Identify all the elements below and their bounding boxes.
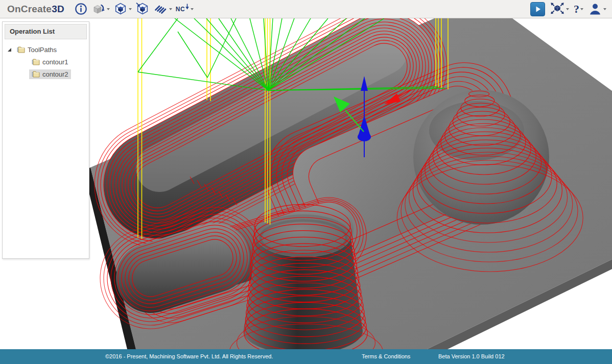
dropdown-caret-icon [191,8,194,10]
version-text: Beta Version 1.0 Build 012 [438,349,505,364]
statusbar: ©2016 - Present, Machining Software Pvt.… [0,349,612,364]
app-logo: OnCreate3D [7,4,64,15]
simulate-play-icon [530,2,545,16]
panel-title: Operation List [5,24,87,39]
tree-item-label: contour2 [42,70,68,78]
dropdown-caret-icon [566,8,569,10]
account-button[interactable] [586,1,608,17]
brand-suffix: 3D [52,4,64,14]
tree-item-label: contour1 [42,58,68,66]
tree-item-content[interactable]: contour1 [29,57,71,67]
tree-item-content[interactable]: ToolPaths [14,45,59,55]
nc-output-button[interactable]: NC [174,5,195,14]
copyright-text: ©2016 - Present, Machining Software Pvt.… [105,349,273,364]
dropdown-caret-icon [107,8,110,10]
import-model-button[interactable] [134,1,151,17]
help-button[interactable]: ? [572,3,585,16]
folder-icon [32,70,40,78]
rotate-model-button[interactable] [90,1,111,17]
fit-view-button[interactable] [548,1,571,17]
toolbar: OnCreate3D NC [0,0,612,18]
terms-link[interactable]: Terms & Conditions [362,349,410,364]
help-icon: ? [574,4,579,15]
toolpath-layers-button[interactable] [152,1,174,17]
toolbar-left-group: NC [73,1,195,17]
import-model-icon [135,2,150,16]
stock-cube-icon [113,2,128,16]
operation-tree: ToolPathscontour1contour2 [3,43,89,80]
toolpath-layers-icon [153,2,168,16]
viewport-3d: Operation List ToolPathscontour1contour2 [0,18,612,349]
tree-item-label: ToolPaths [28,46,57,54]
fit-view-cube-icon [550,2,565,16]
down-arrow-icon [185,3,190,11]
operation-list-panel: Operation List ToolPathscontour1contour2 [2,21,89,259]
info-icon [74,2,88,16]
tree-item-toolpaths[interactable]: ToolPaths [3,43,89,56]
tree-item-content[interactable]: contour2 [29,69,71,79]
tree-expander-icon[interactable] [8,48,11,52]
simulate-button[interactable] [529,1,547,17]
app-window: OnCreate3D NC [0,0,612,364]
toolbar-right-group: ? [529,1,608,17]
nc-output-label: NC [176,6,185,13]
dropdown-caret-icon [129,8,132,10]
stock-cube-button[interactable] [112,1,133,17]
account-icon [588,2,602,16]
tree-item-contour1[interactable]: contour1 [3,56,89,68]
dropdown-caret-icon [169,8,172,10]
brand-prefix: OnCreate [7,4,52,14]
folder-icon [32,58,40,65]
dropdown-caret-icon [603,8,606,10]
viewport-canvas[interactable] [0,18,612,349]
info-button[interactable] [73,1,89,17]
folder-icon [17,46,25,53]
rotate-model-icon [91,2,106,16]
tree-item-contour2[interactable]: contour2 [3,68,89,80]
dropdown-caret-icon [580,8,583,10]
